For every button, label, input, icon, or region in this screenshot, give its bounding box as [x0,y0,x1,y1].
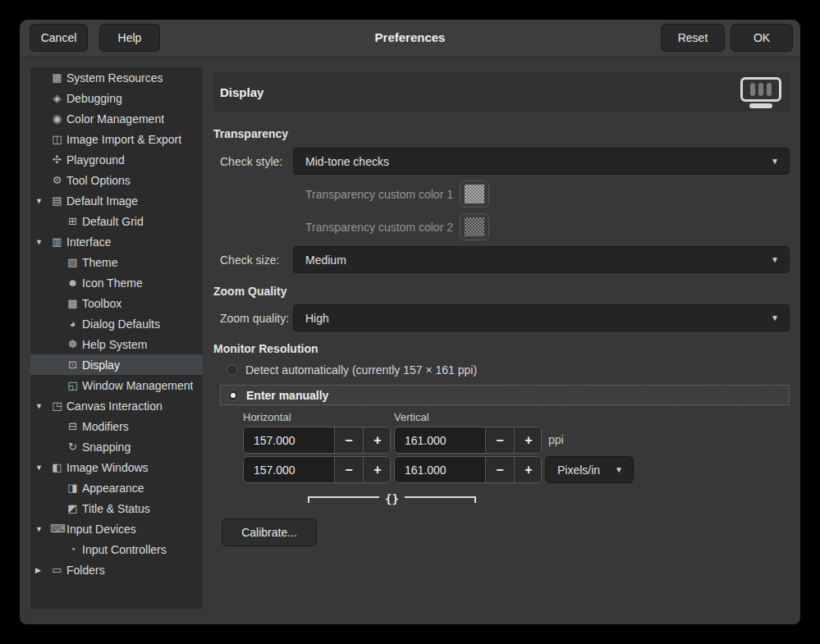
increment-button[interactable]: + [514,427,542,453]
increment-button[interactable]: + [514,457,542,482]
sidebar-item-color-management[interactable]: ◉Color Management [30,108,203,129]
horizontal-px-spinner: − + [243,456,391,483]
sidebar-item-label: Input Devices [66,523,136,536]
check-size-row: Check size: Medium ▼ [213,246,790,273]
sidebar-item-modifiers[interactable]: ⊟Modifiers [30,416,203,436]
chevron-down-icon: ▼ [771,313,779,322]
check-size-label: Check size: [213,253,293,267]
sidebar-item-label: Image Windows [66,461,149,474]
sidebar-item-label: Default Grid [82,215,144,228]
horizontal-column-label: Horizontal [243,411,291,424]
vertical-column-label: Vertical [394,411,429,424]
sidebar-item-theme[interactable]: ▧Theme [30,252,203,272]
image-windows-icon: ◧ [50,461,64,473]
window-management-icon: ◱ [66,379,80,391]
decrement-button[interactable]: − [334,457,363,482]
sidebar-item-label: Color Management [66,112,164,126]
sidebar-item-display[interactable]: ⊡Display [30,354,203,375]
enter-manually-radio-row[interactable]: Enter manually [220,385,790,405]
interface-icon: ▥ [50,235,64,248]
vertical-ppi-input[interactable] [395,427,485,453]
sidebar-item-default-image[interactable]: ▼▤Default Image [30,190,203,211]
appearance-icon: ◨ [66,482,80,494]
sidebar-item-appearance[interactable]: ◨Appearance [30,477,203,498]
sidebar-item-input-controllers[interactable]: ◔Input Controllers [30,539,203,560]
horizontal-px-input[interactable] [244,457,334,482]
radio-checked-icon[interactable] [227,390,239,401]
monitor-bar [758,83,763,96]
sidebar-item-tool-options[interactable]: ⚙Tool Options [30,170,203,190]
decrement-button[interactable]: − [485,427,514,453]
unit-dropdown[interactable]: Pixels/in ▼ [545,456,634,483]
zoom-quality-value: High [305,312,329,325]
sidebar-item-help-system[interactable]: ☸Help System [30,334,203,354]
check-style-dropdown[interactable]: Mid-tone checks ▼ [293,148,790,175]
custom-color2-row: Transparency custom color 2 [213,213,790,240]
radio-dot [231,393,236,398]
sidebar-item-debugging[interactable]: ◈Debugging [30,88,203,108]
expander-down-icon[interactable]: ▼ [35,238,50,246]
zoom-quality-row: Zoom quality: High ▼ [213,304,790,331]
reset-button[interactable]: Reset [661,24,725,52]
check-style-value: Mid-tone checks [305,155,389,168]
sidebar-item-title-status[interactable]: ◩Title & Status [30,498,203,518]
detect-automatically-radio-row[interactable]: Detect automatically (currently 157 × 16… [227,359,477,381]
zoom-quality-label: Zoom quality: [213,312,293,325]
sidebar-item-label: Modifiers [82,420,129,433]
sidebar-item-label: Icon Theme [82,276,143,290]
sidebar-item-interface[interactable]: ▼▥Interface [30,231,203,252]
broken-chain-icon: {} [379,492,405,505]
icon-theme-icon: ☻ [66,276,80,289]
sidebar-item-label: Debugging [66,92,122,105]
expander-down-icon[interactable]: ▼ [35,402,50,410]
increment-button[interactable]: + [363,427,391,453]
sidebar-item-folders[interactable]: ▶▭Folders [30,560,203,580]
custom-color2-label: Transparency custom color 2 [213,221,453,234]
decrement-button[interactable]: − [485,457,514,482]
sidebar-item-label: Toolbox [82,297,121,310]
help-system-icon: ☸ [66,338,80,350]
custom-color2-swatch-button[interactable] [460,213,489,240]
sidebar-item-image-import-export[interactable]: ◫Image Import & Export [30,129,203,149]
sidebar-item-label: Title & Status [82,502,150,515]
sidebar-item-toolbox[interactable]: ▩Toolbox [30,293,203,313]
sidebar-item-default-grid[interactable]: ⊞Default Grid [30,211,203,231]
sidebar-item-dialog-defaults[interactable]: ◕Dialog Defaults [30,313,203,334]
sidebar-item-icon-theme[interactable]: ☻Icon Theme [30,272,203,293]
expander-down-icon[interactable]: ▼ [35,464,50,472]
decrement-button[interactable]: − [334,427,363,453]
radio-unchecked-icon[interactable] [227,364,238,376]
expander-down-icon[interactable]: ▼ [35,197,50,205]
sidebar-item-snapping[interactable]: ↻Snapping [30,436,203,457]
sidebar-item-window-management[interactable]: ◱Window Management [30,375,203,395]
sidebar-item-playground[interactable]: ✣Playground [30,149,203,170]
sidebar-item-label: System Resources [66,71,163,84]
unit-value: Pixels/in [557,464,600,477]
zoom-quality-dropdown[interactable]: High ▼ [293,304,790,331]
theme-icon: ▧ [66,256,80,268]
ppi-unit-label: ppi [548,427,564,454]
check-size-dropdown[interactable]: Medium ▼ [293,246,790,273]
ok-button[interactable]: OK [731,24,793,52]
sidebar-item-label: Input Controllers [82,543,167,556]
horizontal-ppi-input[interactable] [244,427,334,453]
increment-button[interactable]: + [363,457,391,482]
toolbox-icon: ▩ [66,297,80,309]
sidebar-item-canvas-interaction[interactable]: ▼◳Canvas Interaction [30,395,203,416]
sidebar-item-system-resources[interactable]: ▦System Resources [30,67,203,88]
expander-down-icon[interactable]: ▼ [35,525,50,533]
snapping-icon: ↻ [66,441,80,453]
resolution-chain-toggle[interactable]: {} [308,492,476,505]
calibrate-button[interactable]: Calibrate... [222,518,317,546]
expander-right-icon[interactable]: ▶ [35,566,50,574]
vertical-px-input[interactable] [395,457,485,482]
sidebar-item-label: Help System [82,338,147,351]
preferences-dialog: Cancel Help Preferences Reset OK ▦System… [20,20,800,624]
sidebar-item-label: Default Image [66,194,138,208]
sidebar-item-image-windows[interactable]: ▼◧Image Windows [30,457,203,477]
custom-color1-swatch-button[interactable] [460,180,489,208]
custom-color1-label: Transparency custom color 1 [213,188,453,201]
vertical-ppi-spinner: − + [394,427,542,454]
monitor-screen-shape [740,77,781,102]
sidebar-item-input-devices[interactable]: ▼⌨Input Devices [30,518,203,539]
